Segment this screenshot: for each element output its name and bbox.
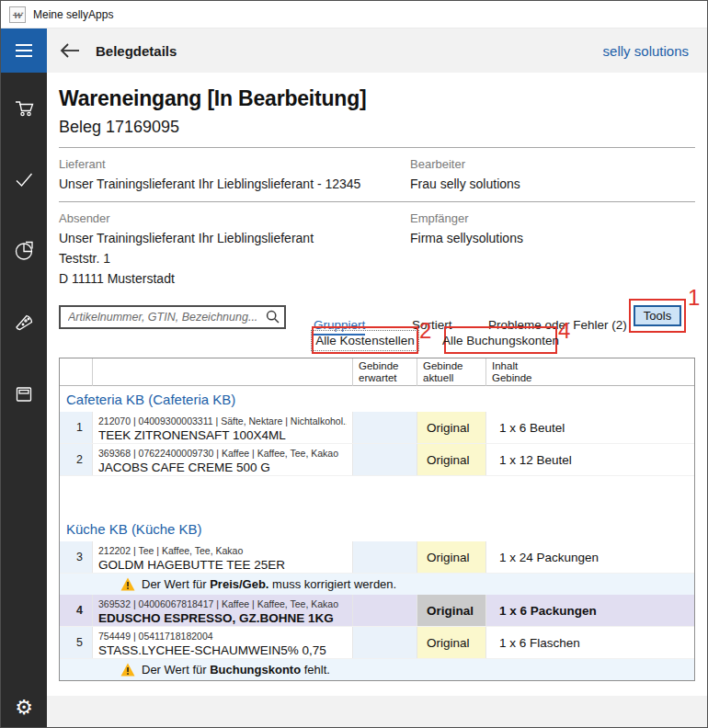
warning-icon — [120, 663, 135, 677]
group-gap — [60, 476, 694, 516]
gebinde-erwartet-cell — [353, 412, 417, 443]
article-name: TEEK ZITRONENSAFT 100X4ML — [98, 428, 347, 442]
gebinde-aktuell-cell[interactable]: Original — [417, 595, 486, 626]
row-number: 5 — [60, 627, 93, 658]
col-article — [93, 358, 353, 386]
fields-row-1: Lieferant Unser Trainingslieferant Ihr L… — [59, 148, 695, 191]
article-meta: 369532 | 04006067818417 | Kaffee | Kaffe… — [98, 598, 347, 609]
inhalt-gebinde-cell: 1 x 12 Beutel — [486, 444, 694, 475]
inhalt-gebinde-cell: 1 x 6 Packungen — [486, 595, 694, 626]
article-cell: 754449 | 05411718182004 STASS.LYCHEE-SCH… — [93, 627, 353, 658]
article-meta: 212202 | Tee | Kaffee, Tee, Kakao — [98, 545, 347, 556]
sidebar: ⚙ — [1, 28, 47, 727]
absender-line: Teststr. 1 — [59, 252, 410, 266]
inhalt-gebinde-cell: 1 x 24 Packungen — [486, 541, 694, 573]
check-icon[interactable] — [12, 167, 36, 191]
row-number: 4 — [60, 595, 93, 626]
col-gebinde-erwartet: Gebindeerwartet — [353, 358, 417, 386]
tools-button[interactable]: Tools — [634, 305, 681, 326]
annotation-box-2: Alle Kostenstellen — [312, 326, 418, 354]
annotation-box-4: Alle Buchungskonten — [444, 326, 557, 354]
warning-message: Der Wert für Buchungskonto fehlt. — [93, 659, 694, 680]
article-cell: 212202 | Tee | Kaffee, Tee, Kakao GOLDM … — [93, 541, 353, 573]
inhalt-gebinde-cell: 1 x 6 Beutel — [486, 412, 694, 443]
table-row-selected[interactable]: 4 369532 | 04006067818417 | Kaffee | Kaf… — [60, 595, 694, 627]
article-cell: 212070 | 04009300003311 | Säfte, Nektare… — [93, 412, 353, 443]
gebinde-erwartet-cell — [353, 541, 417, 573]
content-area: Wareneingang [In Bearbeitung] Beleg 1716… — [47, 73, 707, 696]
table-row[interactable]: 3 212202 | Tee | Kaffee, Tee, Kakao GOLD… — [60, 541, 694, 574]
list-toolbar: Gruppiert Sortiert Probleme oder Fehler … — [59, 305, 695, 358]
article-name: STASS.LYCHEE-SCHAUMWEIN5% 0,75 — [98, 643, 347, 657]
article-name: EDUSCHO ESPRESSO, GZ.BOHNE 1KG — [98, 611, 347, 625]
row-number: 1 — [60, 412, 93, 443]
brand-label: selly solutions — [603, 43, 689, 59]
kostenstellen-dropdown[interactable]: Alle Kostenstellen — [311, 330, 418, 351]
cart-icon[interactable] — [12, 96, 36, 119]
warning-row: Der Wert für Buchungskonto fehlt. — [60, 659, 694, 680]
article-cell: 369368 | 07622400009730 | Kaffee | Kaffe… — [93, 444, 353, 475]
row-number: 2 — [60, 444, 93, 475]
buchungskonten-dropdown[interactable]: Alle Buchungskonten — [438, 330, 564, 351]
article-meta: 754449 | 05411718182004 — [98, 631, 347, 642]
document-title: Wareneingang [In Bearbeitung] — [59, 86, 695, 111]
gebinde-erwartet-cell — [353, 627, 417, 658]
col-gebinde-aktuell: Gebindeaktuell — [417, 358, 486, 386]
table-row[interactable]: 5 754449 | 05411718182004 STASS.LYCHEE-S… — [60, 627, 694, 659]
gebinde-aktuell-cell[interactable]: Original — [417, 627, 486, 658]
pie-chart-icon[interactable] — [12, 239, 36, 263]
bearbeiter-label: Bearbeiter — [410, 157, 695, 171]
hamburger-menu-button[interactable] — [1, 28, 47, 73]
pizza-icon[interactable] — [12, 311, 36, 335]
search-icon — [266, 310, 280, 327]
col-number — [60, 358, 93, 386]
empfaenger-value: Firma sellysolutions — [410, 232, 695, 245]
gebinde-aktuell-cell[interactable]: Original — [417, 412, 486, 443]
absender-line: Unser Trainingslieferant Ihr Lieblingsli… — [59, 232, 410, 245]
col-inhalt-gebinde: InhaltGebinde — [486, 358, 694, 386]
bottom-bar — [47, 696, 707, 727]
annotation-digit-4: 4 — [558, 320, 570, 342]
absender-label: Absender — [59, 211, 410, 225]
document-number: Beleg 17169095 — [59, 118, 695, 137]
back-button[interactable] — [59, 41, 81, 60]
app-header: Belegdetails selly solutions — [47, 28, 707, 73]
book-icon[interactable] — [12, 382, 36, 406]
table-header-row: Gebindeerwartet Gebindeaktuell InhaltGeb… — [60, 358, 694, 386]
page-title: Belegdetails — [96, 43, 177, 59]
absender-line: D 11111 Musterstadt — [59, 272, 410, 286]
gear-icon[interactable]: ⚙ — [15, 698, 33, 718]
window-title: Meine sellyApps — [33, 8, 113, 21]
gebinde-erwartet-cell — [353, 595, 417, 626]
table-row[interactable]: 2 369368 | 07622400009730 | Kaffee | Kaf… — [60, 444, 694, 476]
warning-gutter — [60, 659, 93, 680]
inhalt-gebinde-cell: 1 x 6 Flaschen — [486, 627, 694, 658]
empfaenger-label: Empfänger — [410, 211, 695, 225]
bearbeiter-value: Frau selly solutions — [410, 176, 695, 191]
row-number: 3 — [60, 541, 93, 573]
group-header-kueche: Küche KB (Küche KB) — [60, 516, 694, 541]
fields-row-2: Absender Unser Trainingslieferant Ihr Li… — [59, 202, 695, 286]
warning-gutter — [60, 574, 93, 595]
table-row[interactable]: 1 212070 | 04009300003311 | Säfte, Nekta… — [60, 412, 694, 444]
sidebar-nav — [12, 73, 36, 406]
warning-row: Der Wert für Preis/Geb. muss korrigiert … — [60, 574, 694, 595]
gebinde-erwartet-cell — [353, 444, 417, 475]
group-header-cafeteria: Cafeteria KB (Cafeteria KB) — [60, 386, 694, 412]
warning-message: Der Wert für Preis/Geb. muss korrigiert … — [93, 574, 694, 595]
annotation-digit-2: 2 — [419, 320, 431, 342]
gebinde-aktuell-cell[interactable]: Original — [417, 541, 486, 573]
article-name: JACOBS CAFE CREME 500 G — [98, 461, 347, 474]
gebinde-aktuell-cell[interactable]: Original — [417, 444, 486, 475]
article-cell: 369532 | 04006067818417 | Kaffee | Kaffe… — [93, 595, 353, 626]
annotation-digit-1: 1 — [688, 287, 700, 309]
app-logo-icon: w — [9, 6, 26, 23]
lieferant-value: Unser Trainingslieferant Ihr Lieblingsli… — [59, 176, 410, 191]
warning-icon — [120, 577, 135, 591]
app-window: w Meine sellyApps — [0, 0, 708, 728]
article-meta: 369368 | 07622400009730 | Kaffee | Kaffe… — [98, 448, 347, 459]
search-input[interactable] — [59, 305, 286, 329]
annotation-box-1: Tools — [629, 299, 686, 333]
positions-table: Gebindeerwartet Gebindeaktuell InhaltGeb… — [59, 358, 695, 681]
lieferant-label: Lieferant — [59, 157, 410, 171]
